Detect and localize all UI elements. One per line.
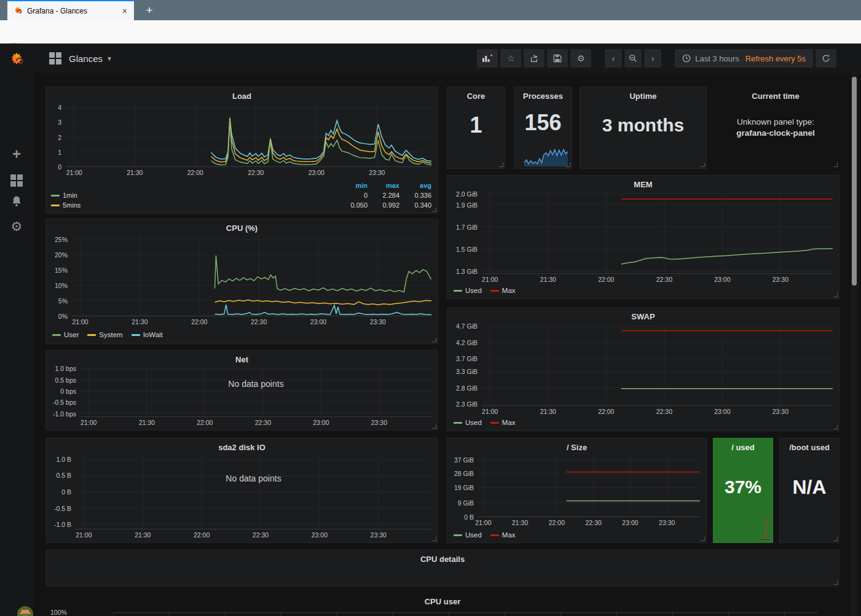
panel-boot-used: /boot used N/A [779,438,839,543]
load-legend: min max avg 1min 0 2.284 0.336 5mins 0.0… [51,181,431,210]
panel-title[interactable]: sda2 disk IO [46,439,438,452]
x-tick-label: 22:30 [255,419,271,426]
legend-item-used[interactable]: Used [454,531,482,539]
mem-legend: Used Max [454,287,524,294]
user-avatar[interactable] [9,606,42,616]
legend-item-used[interactable]: Used [454,287,482,294]
panel-title[interactable]: MEM [447,176,839,189]
time-range-label: Last 3 hours [695,54,739,63]
x-tick-label: 23:00 [313,419,329,426]
x-tick-label: 23:00 [622,519,638,526]
x-tick-label: 21:00 [482,408,498,415]
root-size-y-axis: 0 B9 GiB19 GiB28 GiB37 GiB [451,454,478,517]
configuration-gear-icon[interactable]: ⚙ [0,219,33,234]
y-tick-label: 3.3 GiB [456,368,478,375]
x-tick-label: 22:00 [549,519,565,526]
grafana-favicon [13,6,23,16]
x-tick-label: 21:30 [512,519,528,526]
net-chart[interactable]: No data points [81,365,431,417]
y-tick-label: 0.5 bps [55,376,76,384]
scrollbar-thumb[interactable] [852,77,857,286]
x-tick-label: 21:30 [132,318,147,326]
panel-sda2: sda2 disk IO -1.0 B-0.5 B0 B0.5 B1.0 B N… [45,438,438,543]
mem-chart[interactable] [482,192,833,274]
cpu-chart[interactable] [72,235,431,316]
sda2-x-axis: 21:0021:3022:0022:3023:0023:30 [76,529,431,539]
panel-title[interactable]: CPU (%) [46,219,438,233]
panel-title[interactable]: SWAP [447,308,839,321]
panel-title[interactable]: Current time [712,87,839,101]
panel-title[interactable]: / Size [447,439,706,452]
time-back-button[interactable]: ‹ [605,49,622,68]
panel-title[interactable]: Core [447,87,505,101]
legend-row-5mins[interactable]: 5mins 0.050 0.992 0.340 [51,200,431,210]
star-dashboard-button[interactable]: ☆ [500,49,521,68]
scrollbar-track[interactable] [851,73,858,616]
panel-root-size: / Size 0 B9 GiB19 GiB28 GiB37 GiB 21:002… [447,438,707,543]
cpu-user-axis [113,612,817,615]
swap-chart[interactable] [482,324,833,406]
legend-col-max[interactable]: max [368,182,399,189]
browser-tab[interactable]: Grafana - Glances × [7,0,134,20]
time-range-picker[interactable]: Last 3 hours Refresh every 5s [675,49,813,68]
save-dashboard-button[interactable] [547,49,568,68]
legend-item-system[interactable]: System [87,331,122,338]
legend-item-max[interactable]: Max [490,287,516,294]
new-tab-button[interactable]: + [139,0,160,20]
dashboard-title[interactable]: Glances [69,53,103,64]
swap-x-axis: 21:0021:3022:0022:3023:0023:30 [482,406,833,416]
panel-title[interactable]: /boot used [780,439,839,452]
time-forward-button[interactable]: › [644,49,661,68]
y-tick-label: 2.0 GiB [456,190,478,198]
y-tick-label: 0 B [61,488,71,496]
y-tick-label: -1.0 B [54,521,71,528]
legend-item-iowait[interactable]: IoWait [132,331,163,338]
legend-col-min[interactable]: min [336,182,368,189]
y-tick-label: 1.0 bps [55,365,76,372]
create-plus-icon[interactable]: + [0,146,33,163]
zoom-out-button[interactable] [624,49,642,68]
mem-x-axis: 21:0021:3022:0022:3023:0023:30 [482,274,833,284]
legend-item-max[interactable]: Max [490,531,516,539]
legend-item-user[interactable]: User [52,331,79,338]
y-tick-label: 28 GiB [454,470,474,477]
x-tick-label: 21:30 [540,276,556,283]
dashboard-grid-icon [49,52,61,64]
cpu-y-axis: 0%5%10%15%20%25% [50,235,72,316]
panel-title[interactable]: CPU details [46,550,839,564]
panel-title[interactable]: Uptime [580,87,706,101]
x-tick-label: 22:00 [197,419,213,426]
panel-title[interactable]: Load [46,87,438,101]
x-tick-label: 22:00 [598,408,614,415]
y-tick-label: 0% [58,313,68,320]
alerting-bell-icon[interactable] [10,195,23,208]
panel-mem: MEM 1.3 GiB1.5 GiB1.7 GiB1.9 GiB2.0 GiB … [447,175,839,299]
panel-title[interactable]: / used [714,439,773,452]
y-tick-label: 2.3 GiB [456,400,478,408]
y-tick-label: 1.5 GiB [456,246,478,253]
refresh-button[interactable] [816,49,836,68]
y-tick-label: 5% [58,297,68,305]
y-tick-label: 25% [55,236,68,243]
panel-net: Net -1.0 bps-0.5 bps0 bps0.5 bps1.0 bps … [45,350,438,431]
panel-title[interactable]: Processes [514,87,572,101]
grafana-logo[interactable] [8,52,25,69]
net-x-axis: 21:0021:3022:0022:3023:0023:30 [81,417,431,427]
load-chart[interactable] [66,103,431,167]
panel-title[interactable]: Net [46,351,438,364]
root-size-chart[interactable] [478,454,700,517]
legend-row-1min[interactable]: 1min 0 2.284 0.336 [51,190,431,200]
panel-title[interactable]: CPU user [45,593,839,606]
dashboard-settings-button[interactable]: ⚙ [570,49,591,68]
legend-item-max[interactable]: Max [490,419,516,426]
share-dashboard-button[interactable] [524,49,545,68]
load-x-axis: 21:0021:3022:0022:3023:0023:30 [66,167,431,177]
x-tick-label: 21:00 [66,169,82,176]
legend-col-avg[interactable]: avg [399,182,431,189]
dashboards-icon[interactable] [0,171,33,187]
chevron-down-icon[interactable]: ▼ [106,55,112,62]
tab-close-icon[interactable]: × [121,6,128,16]
sda2-chart[interactable]: No data points [76,454,431,529]
legend-item-used[interactable]: Used [454,419,482,426]
add-panel-button[interactable] [477,49,498,68]
